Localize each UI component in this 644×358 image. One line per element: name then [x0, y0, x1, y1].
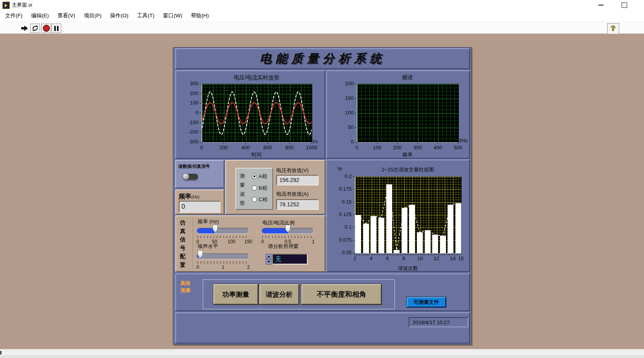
run-button[interactable] [20, 24, 29, 33]
x-tick-mark [420, 253, 420, 255]
harmonic-bar [440, 236, 446, 253]
ratio-slider-ticks [262, 236, 314, 238]
x-tick-mark [202, 142, 202, 144]
sim-freq-slider-track[interactable] [197, 228, 249, 234]
toggle-knob[interactable] [182, 173, 189, 180]
spectrum-x-unit: f/Hz [459, 138, 468, 143]
sim-config-label-char: 信 [180, 236, 185, 243]
noise-slider-track[interactable] [197, 253, 249, 259]
y-tick-label: 150 [336, 95, 354, 101]
menu-item[interactable]: 帮助(H) [187, 10, 213, 22]
x-tick-mark [418, 142, 418, 144]
y-tick-mark [353, 240, 354, 241]
ratio-slider-scale-label: 0 [261, 239, 264, 244]
menubar: 文件(F)编辑(E)查看(V)项目(P)操作(O)工具(T)窗口(W)帮助(H) [0, 10, 644, 22]
y-tick-label: 0.125 [334, 211, 352, 217]
y-tick-label: 0.175 [334, 186, 352, 192]
simulation-config-panel: 仿真信号配置 频率 (Hz) 电压/电流比例 噪声水平 谱分析所用窗 无 050… [175, 215, 325, 272]
x-tick-mark [397, 142, 398, 144]
data-source-toggle[interactable] [183, 174, 198, 180]
run-continuous-button[interactable] [30, 24, 40, 33]
harmonic-y-unit: % [338, 166, 342, 172]
phase-radio-c[interactable] [252, 197, 257, 202]
menu-item[interactable]: 项目(P) [79, 10, 106, 22]
sim-config-label-char: 置 [180, 262, 185, 269]
timestamp-value: 2019/4/17 10:27: [413, 319, 451, 325]
y-tick-label: 200 [336, 81, 354, 86]
window-ring-value: 无 [275, 255, 281, 263]
irms-display: 78.1252 [276, 199, 319, 210]
trace-voltage [202, 92, 312, 135]
scrollbar-end-icon [0, 351, 2, 354]
trace-current [202, 103, 312, 124]
sim-config-label-char: 号 [180, 245, 185, 252]
power-measure-button[interactable]: 功率测量 [213, 284, 258, 305]
help-button[interactable]: ? [607, 23, 619, 34]
x-tick-label: 15 [458, 255, 464, 261]
phase-radio-b[interactable] [252, 185, 257, 191]
spectrum-plot-area [357, 84, 459, 143]
menu-item[interactable]: 操作(O) [106, 10, 133, 22]
menu-item[interactable]: 文件(F) [1, 10, 27, 22]
unbalance-phase-button[interactable]: 不平衡度和相角 [301, 284, 382, 305]
vrms-value: 156.292 [279, 177, 299, 183]
app-window: 主界面.vi 文件(F)编辑(E)查看(V)项目(P)操作(O)工具(T)窗口(… [0, 0, 644, 358]
minimize-icon [598, 5, 604, 6]
minimize-button[interactable] [592, 0, 610, 10]
menu-item[interactable]: 工具(T) [133, 10, 159, 22]
sim-freq-slider-fill [197, 228, 215, 233]
noise-slider-scale-label: 1 [222, 264, 224, 270]
y-tick-mark [355, 127, 356, 128]
write-file-button[interactable]: 写测量文件 [407, 297, 446, 307]
y-tick-label: 100 [181, 100, 198, 106]
x-tick-label: 200 [219, 145, 228, 151]
menu-item[interactable]: 查看(V) [53, 10, 79, 22]
noise-slider-ticks [198, 261, 249, 264]
x-tick-mark [355, 253, 355, 255]
x-tick-mark [268, 142, 268, 144]
maximize-button[interactable] [615, 0, 633, 10]
waveform-x-title: 时间 [202, 151, 312, 158]
harmonic-chart-panel: % 2~15次谐波含量柱状图 谐波次数 0.20.1750.150.1250.1… [326, 160, 470, 272]
measure-group-label-char: 形 [240, 200, 245, 207]
header-panel: 电能质量分析系统 [175, 48, 470, 69]
harmonic-bar [425, 230, 431, 253]
x-tick-mark [437, 253, 437, 255]
decrement-icon[interactable] [266, 259, 272, 264]
horizontal-scrollbar[interactable] [0, 356, 644, 358]
harmonic-bar [402, 208, 407, 253]
pause-button[interactable] [51, 24, 61, 33]
phase-radio-label: C相 [259, 196, 267, 203]
sim-freq-slider-scale-label: 50 [212, 239, 217, 244]
x-tick-mark [224, 142, 224, 144]
run-continuous-icon [32, 25, 39, 31]
vrms-label: 电压有效值(V) [276, 167, 308, 174]
stop-button[interactable] [41, 24, 51, 33]
x-tick-label: 10 [417, 255, 423, 261]
window-ring-value-box[interactable]: 无 [272, 254, 308, 264]
y-tick-mark [353, 215, 354, 215]
x-tick-label: 300 [413, 145, 422, 151]
phase-radio-a[interactable] [252, 174, 257, 179]
x-tick-mark [290, 142, 290, 144]
measurement-panel: 测量波形A相B相C相 电压有效值(V) 156.292 电流有效值(A) 78.… [225, 160, 325, 215]
x-tick-label: 0 [355, 145, 358, 151]
sim-freq-slider-scale-label: 100 [228, 239, 235, 244]
menu-item[interactable]: 编辑(E) [27, 10, 53, 22]
frequency-unit: (Hz) [191, 195, 200, 199]
sim-freq-slider-scale-label: 150 [244, 239, 252, 244]
harmonic-analysis-button[interactable]: 谐波分析 [259, 284, 299, 305]
timestamp-display: 2019/4/17 10:27: [409, 317, 468, 327]
y-tick-label: 0.1 [334, 224, 352, 230]
x-tick-label: 2 [353, 255, 356, 261]
phase-radio-label: A相 [259, 173, 267, 180]
y-tick-label: 0.15 [334, 199, 352, 205]
increment-icon[interactable] [266, 254, 272, 259]
window-ring-spinner[interactable] [266, 254, 272, 264]
frequency-label-wrap: 频率(Hz) [179, 193, 200, 201]
run-icon [21, 26, 28, 31]
frequency-value-field[interactable]: 0 [179, 201, 220, 213]
menu-item[interactable]: 窗口(W) [159, 10, 187, 22]
sim-freq-slider-ticks [198, 236, 249, 238]
divider [193, 217, 193, 270]
